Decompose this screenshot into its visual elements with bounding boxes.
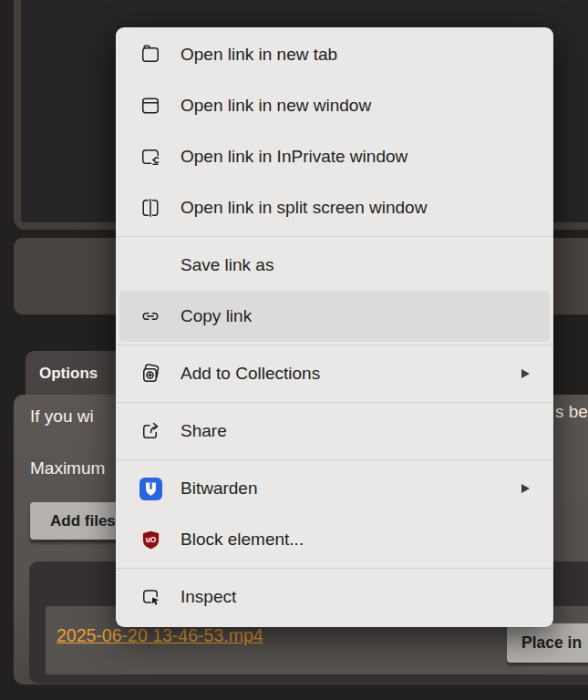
context-menu: Open link in new tab Open link in new wi… bbox=[116, 27, 553, 627]
svg-text:uO: uO bbox=[145, 535, 156, 544]
menu-separator bbox=[116, 236, 553, 237]
menu-item-copy-link[interactable]: Copy link bbox=[119, 291, 550, 342]
menu-item-block-element[interactable]: uO Block element... bbox=[119, 514, 550, 565]
menu-separator bbox=[116, 402, 553, 403]
menu-item-save-link-as[interactable]: Save link as bbox=[119, 240, 550, 291]
menu-item-open-link-inprivate[interactable]: Open link in InPrivate window bbox=[119, 131, 550, 182]
menu-item-inspect[interactable]: Inspect bbox=[119, 571, 550, 623]
split-screen-icon bbox=[139, 196, 162, 220]
submenu-arrow-icon bbox=[521, 369, 530, 378]
browser-page: Options If you wi s be Maximum Add files… bbox=[0, 0, 588, 700]
new-tab-icon bbox=[139, 43, 162, 67]
menu-item-share[interactable]: Share bbox=[119, 406, 550, 457]
bitwarden-icon bbox=[139, 477, 162, 500]
collections-icon bbox=[139, 362, 162, 386]
tab-options-label: Options bbox=[39, 365, 98, 383]
options-text-fragment-right: s be bbox=[555, 402, 588, 422]
submenu-arrow-icon bbox=[521, 484, 530, 493]
menu-separator bbox=[116, 568, 553, 569]
link-icon bbox=[139, 304, 162, 328]
inspect-icon bbox=[139, 585, 162, 609]
empty-icon-slot bbox=[139, 253, 162, 277]
place-in-button[interactable]: Place in bbox=[507, 623, 588, 663]
inprivate-icon bbox=[139, 145, 162, 169]
options-text-fragment-maximum: Maximum bbox=[30, 458, 105, 479]
menu-item-bitwarden[interactable]: Bitwarden bbox=[119, 463, 550, 514]
menu-item-open-link-split-screen[interactable]: Open link in split screen window bbox=[119, 182, 550, 233]
menu-item-open-link-new-tab[interactable]: Open link in new tab bbox=[119, 29, 550, 80]
menu-item-add-to-collections[interactable]: Add to Collections bbox=[119, 348, 550, 399]
menu-item-open-link-new-window[interactable]: Open link in new window bbox=[119, 80, 550, 131]
file-link[interactable]: 2025-06-20 13-46-53.mp4 bbox=[57, 625, 263, 646]
menu-separator bbox=[116, 459, 553, 460]
share-icon bbox=[139, 419, 162, 443]
new-window-icon bbox=[139, 94, 162, 118]
ublock-icon: uO bbox=[139, 528, 162, 551]
options-text-fragment-left: If you wi bbox=[30, 407, 94, 427]
menu-separator bbox=[116, 345, 553, 345]
add-files-button[interactable]: Add files bbox=[30, 502, 125, 540]
